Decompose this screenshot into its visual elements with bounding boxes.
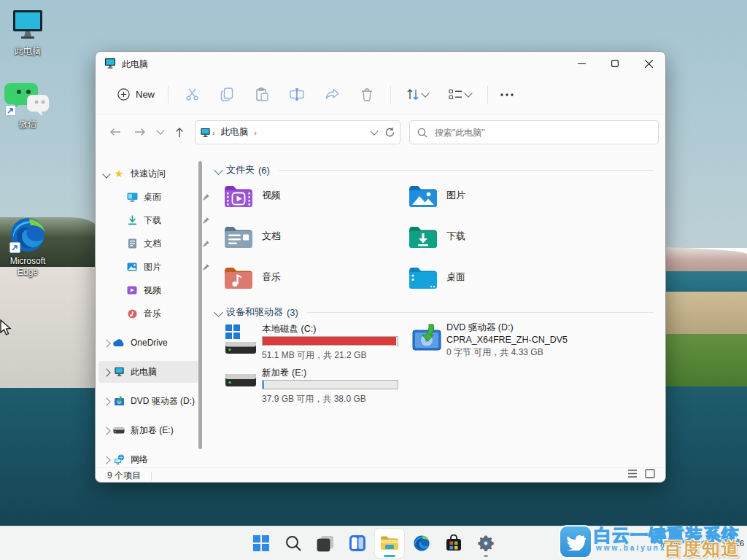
sidebar-item-documents[interactable]: 文档: [112, 233, 212, 254]
delete-button[interactable]: [349, 82, 384, 108]
sidebar-item-onedrive[interactable]: OneDrive: [98, 332, 199, 354]
sidebar-item-new-volume[interactable]: 新加卷 (E:): [98, 419, 199, 441]
folder-tile-pictures[interactable]: 图片: [409, 179, 591, 212]
folder-label: 音乐: [262, 271, 281, 284]
paste-button[interactable]: [244, 82, 279, 108]
copy-button[interactable]: [209, 82, 244, 108]
drive-capacity-bar: [262, 380, 398, 389]
shortcut-arrow-icon: [9, 242, 20, 253]
rename-icon: [290, 88, 304, 101]
back-button[interactable]: [104, 121, 126, 143]
refresh-icon[interactable]: [384, 127, 395, 138]
desktop-icon-label: Microsoft Edge: [0, 256, 55, 278]
arrow-left-icon: [109, 128, 121, 136]
settings-button[interactable]: [471, 529, 500, 558]
item-count: 9 个项目: [107, 470, 141, 482]
desktop-icon-edge[interactable]: Microsoft Edge: [0, 216, 55, 278]
maximize-button[interactable]: [598, 52, 632, 75]
sidebar-item-downloads[interactable]: 下载: [112, 209, 212, 231]
sidebar-item-quick-access[interactable]: ★ 快速访问: [98, 163, 199, 184]
drive-tile-dvd[interactable]: DVD 驱动器 (D:) CPRA_X64FRE_ZH-CN_DV5 0 字节 …: [409, 322, 613, 362]
cut-button[interactable]: [174, 82, 209, 108]
chevron-collapsed-icon: [102, 339, 110, 347]
search-box[interactable]: [409, 120, 659, 144]
desktop-icon-wechat[interactable]: 微信: [0, 80, 55, 130]
bird-icon: [565, 533, 586, 551]
running-app-indicator: [484, 555, 488, 557]
new-button[interactable]: New: [110, 82, 162, 108]
cut-icon: [185, 88, 199, 101]
sort-button[interactable]: [397, 82, 438, 108]
mouse-cursor: [0, 319, 12, 335]
copy-icon: [220, 88, 233, 101]
drive-capacity-fill: [263, 337, 396, 345]
drive-tile-c[interactable]: 本地磁盘 (C:) 51.1 MB 可用，共 21.2 GB: [224, 323, 411, 364]
view-button[interactable]: [438, 82, 481, 108]
title-bar[interactable]: 此电脑: [96, 52, 665, 75]
watermark-bird-logo: [560, 526, 591, 557]
folder-tile-videos[interactable]: 视频: [224, 179, 406, 212]
folder-tile-music[interactable]: 音乐: [224, 260, 406, 294]
sidebar-item-label: 此电脑: [131, 366, 199, 378]
sidebar-item-label: 新加卷 (E:): [131, 424, 199, 437]
search-button[interactable]: [279, 529, 308, 558]
share-button[interactable]: [314, 82, 349, 108]
chevron-collapsed-icon: [102, 397, 110, 405]
this-pc-monitor-icon: [104, 58, 116, 69]
sidebar-item-music[interactable]: 音乐: [112, 303, 212, 324]
address-bar[interactable]: › 此电脑 ›: [195, 120, 400, 144]
search-input[interactable]: [433, 127, 651, 139]
search-icon: [417, 128, 427, 138]
folder-tile-downloads[interactable]: 下载: [409, 219, 591, 253]
minimize-button[interactable]: [565, 52, 598, 75]
folders-section-header[interactable]: 文件夹 (6): [212, 163, 661, 177]
more-options-button[interactable]: [494, 82, 520, 108]
large-icons-view-button[interactable]: [645, 469, 655, 478]
desktop-folder-icon: [409, 265, 438, 289]
desktop-icon-this-pc[interactable]: 此电脑: [0, 9, 55, 57]
sidebar-item-label: 网络: [131, 454, 199, 466]
sidebar-item-pictures[interactable]: 图片: [112, 256, 212, 278]
file-explorer-icon: [380, 535, 399, 551]
start-button[interactable]: [247, 529, 276, 558]
dvd-drive-icon: [112, 396, 126, 406]
view-list-icon: [449, 89, 462, 100]
close-button[interactable]: [632, 52, 665, 75]
sidebar-item-label: OneDrive: [131, 338, 199, 348]
folder-label: 桌面: [446, 271, 465, 284]
rename-button[interactable]: [279, 82, 314, 108]
sidebar-item-videos[interactable]: 视频: [112, 279, 212, 301]
sidebar-item-this-pc[interactable]: 此电脑: [98, 361, 199, 383]
breadcrumb-separator: ›: [212, 128, 215, 137]
drive-tile-e[interactable]: 新加卷 (E:) 37.9 GB 可用，共 38.0 GB: [224, 367, 411, 408]
folder-tile-documents[interactable]: 文档: [224, 219, 406, 253]
sidebar-item-desktop[interactable]: 桌面: [112, 186, 212, 208]
address-dropdown-chevron-icon[interactable]: [370, 127, 378, 135]
videos-folder-icon: [224, 183, 253, 208]
command-bar: New: [96, 75, 665, 114]
sidebar-scrollbar[interactable]: [198, 161, 202, 449]
task-view-button[interactable]: [311, 529, 340, 558]
breadcrumb-this-pc[interactable]: 此电脑: [221, 126, 249, 139]
edge-button[interactable]: [407, 529, 436, 558]
drives-section-header[interactable]: 设备和驱动器 (3): [212, 305, 661, 319]
trash-icon: [361, 88, 373, 101]
sidebar-item-dvd-drive[interactable]: DVD 驱动器 (D:): [98, 390, 199, 412]
up-button[interactable]: [169, 121, 190, 143]
recent-locations-button[interactable]: [151, 121, 167, 143]
file-explorer-button[interactable]: [375, 529, 404, 558]
microsoft-store-button[interactable]: [439, 529, 468, 558]
desktop-icon-label: 此电脑: [0, 46, 55, 57]
music-folder-icon: [224, 265, 253, 289]
watermark-url: www.baiyunxi: [596, 544, 670, 552]
details-view-button[interactable]: [627, 469, 638, 478]
new-button-label: New: [136, 89, 155, 100]
active-app-indicator: [384, 555, 395, 557]
folder-tile-desktop[interactable]: 桌面: [409, 260, 591, 294]
drive-subtitle: CPRA_X64FRE_ZH-CN_DV5: [446, 334, 568, 346]
maximize-icon: [611, 60, 619, 67]
toolbar-divider: [487, 86, 488, 104]
widgets-button[interactable]: [343, 529, 372, 558]
watermark-badge: 百度知道: [664, 537, 740, 560]
forward-button[interactable]: [129, 121, 151, 143]
